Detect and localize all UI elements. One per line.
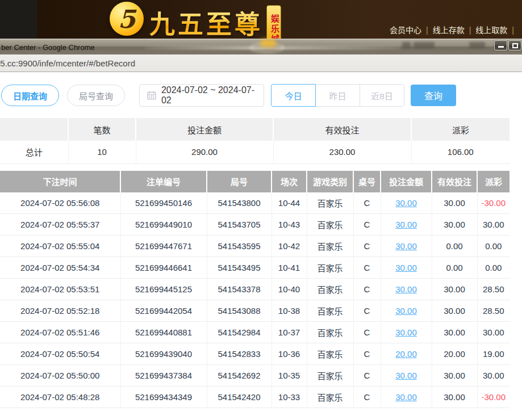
- cell-bet-time: 2024-07-02 05:56:08: [0, 192, 120, 214]
- cell-payout: 30.00: [477, 214, 510, 236]
- cell-round-no: 541543495: [207, 257, 272, 279]
- cell-session: 10-43: [272, 214, 307, 236]
- cell-table-no: C: [353, 343, 381, 365]
- bet-table-body: 2024-07-02 05:56:08 521699450146 5415438…: [0, 192, 510, 408]
- cell-bet-amount: 30.00: [381, 365, 432, 387]
- bet-amount-link[interactable]: 20.00: [395, 349, 417, 359]
- bet-amount-link[interactable]: 30.00: [395, 392, 417, 402]
- header-order-no: 注单编号: [120, 171, 207, 192]
- summary-header-empty: [0, 118, 68, 141]
- table-row: 2024-07-02 05:54:34 521699446641 5415434…: [0, 257, 510, 279]
- quick-range-group: 今日 昨日 近8日: [271, 84, 404, 107]
- bet-amount-link[interactable]: 30.00: [395, 306, 417, 316]
- header-game-type: 游戏类别: [307, 171, 353, 192]
- cell-bet-time: 2024-07-02 05:50:54: [0, 343, 120, 365]
- cell-valid-bet: 30.00: [432, 387, 477, 408]
- bet-amount-link[interactable]: 30.00: [395, 220, 417, 229]
- cell-session: 10-35: [272, 365, 307, 387]
- cell-bet-amount: 30.00: [381, 387, 432, 408]
- summary-header-row: 笔数 投注金额 有效投注 派彩: [0, 118, 510, 141]
- cell-session: 10-33: [272, 387, 307, 408]
- cell-valid-bet: 0.00: [432, 257, 477, 279]
- cell-session: 10-38: [272, 300, 307, 322]
- summary-bet-amount: 290.00: [136, 141, 273, 163]
- summary-count: 10: [68, 141, 136, 163]
- cell-session: 10-40: [272, 279, 307, 300]
- maximize-button[interactable]: [508, 40, 521, 51]
- nav-member-center[interactable]: 会员中心: [390, 26, 421, 35]
- cell-game-type: 百家乐: [307, 279, 353, 300]
- search-button[interactable]: 查询: [411, 85, 456, 106]
- cell-bet-amount: 30.00: [381, 257, 432, 279]
- date-range-value: 2024-07-02 ~ 2024-07-02: [161, 85, 264, 106]
- cell-table-no: C: [353, 387, 381, 408]
- cell-payout: 0.00: [477, 236, 510, 257]
- cell-table-no: C: [353, 322, 381, 343]
- cell-table-no: C: [353, 236, 381, 257]
- cell-order-no: 521699434349: [120, 387, 207, 408]
- summary-table: 笔数 投注金额 有效投注 派彩 总计 10 290.00 230.00 106.…: [0, 118, 510, 164]
- summary-valid-bet: 230.00: [273, 141, 411, 163]
- window-titlebar[interactable]: ber Center - Google Chrome: [0, 39, 522, 54]
- cell-order-no: 521699440881: [120, 322, 207, 343]
- tab-round-query[interactable]: 局号查询: [67, 85, 125, 106]
- cell-order-no: 521699437384: [120, 365, 207, 387]
- cell-payout: 0.00: [477, 257, 510, 279]
- cell-bet-amount: 30.00: [381, 214, 432, 236]
- cell-bet-amount: 30.00: [381, 192, 432, 214]
- minimize-icon: [498, 46, 504, 48]
- bet-amount-link[interactable]: 30.00: [395, 198, 417, 208]
- cell-table-no: C: [353, 365, 381, 387]
- calendar-icon: [147, 91, 156, 100]
- table-row: 2024-07-02 05:53:51 521699445125 5415433…: [0, 279, 510, 300]
- bet-amount-link[interactable]: 30.00: [395, 284, 417, 294]
- cell-bet-time: 2024-07-02 05:54:34: [0, 257, 120, 279]
- bet-amount-link[interactable]: 30.00: [395, 327, 417, 337]
- address-bar[interactable]: 05.cc:9900/infe/mcenter/#/betRecord: [0, 54, 522, 72]
- tab-date-query[interactable]: 日期查询: [1, 85, 59, 106]
- bet-amount-link[interactable]: 30.00: [395, 371, 417, 380]
- cell-payout: 30.00: [477, 322, 510, 343]
- cell-payout: 28.50: [477, 300, 510, 322]
- cell-game-type: 百家乐: [307, 214, 353, 236]
- header-session: 场次: [272, 171, 307, 192]
- summary-header-bet-amount: 投注金额: [136, 118, 273, 141]
- bet-amount-link[interactable]: 30.00: [395, 263, 417, 272]
- nav-separator: |: [469, 26, 471, 35]
- bet-amount-link[interactable]: 30.00: [395, 241, 417, 251]
- table-row: 2024-07-02 05:55:37 521699449010 5415437…: [0, 214, 510, 236]
- cell-bet-amount: 20.00: [381, 343, 432, 365]
- nav-separator: |: [512, 26, 514, 35]
- minimize-button[interactable]: [494, 40, 507, 51]
- cell-session: 10-41: [272, 257, 307, 279]
- cell-order-no: 521699445125: [120, 279, 207, 300]
- cell-order-no: 521699450146: [120, 192, 207, 214]
- quick-last8days-button[interactable]: 近8日: [360, 84, 404, 107]
- site-title: 九五至尊: [149, 4, 263, 41]
- cell-round-no: 541543705: [207, 214, 272, 236]
- summary-total-row: 总计 10 290.00 230.00 106.00: [0, 141, 510, 163]
- cell-game-type: 百家乐: [307, 322, 353, 343]
- table-row: 2024-07-02 05:48:28 521699434349 5415424…: [0, 387, 510, 408]
- cell-valid-bet: 20.00: [432, 343, 477, 365]
- summary-payout: 106.00: [411, 141, 510, 163]
- nav-online-withdraw[interactable]: 线上取款: [475, 26, 507, 35]
- banner-nav: 会员中心|线上存款|线上取款|: [390, 24, 519, 35]
- cell-bet-time: 2024-07-02 05:48:28: [0, 387, 120, 408]
- cell-table-no: C: [353, 214, 381, 236]
- cell-round-no: 541543800: [207, 192, 272, 214]
- cell-order-no: 521699439040: [120, 343, 207, 365]
- cell-bet-time: 2024-07-02 05:55:37: [0, 214, 120, 236]
- filter-toolbar: 日期查询 局号查询 2024-07-02 ~ 2024-07-02 今日 昨日 …: [1, 84, 522, 107]
- cell-payout: -30.00: [477, 192, 510, 214]
- site-banner: 5 九五至尊 娱乐城 会员中心|线上存款|线上取款|: [0, 0, 522, 39]
- quick-today-button[interactable]: 今日: [271, 84, 316, 107]
- nav-online-deposit[interactable]: 线上存款: [433, 26, 465, 35]
- cell-game-type: 百家乐: [307, 236, 353, 257]
- quick-yesterday-button[interactable]: 昨日: [315, 84, 360, 107]
- nav-separator: |: [426, 26, 428, 35]
- cell-game-type: 百家乐: [307, 300, 353, 322]
- date-range-input[interactable]: 2024-07-02 ~ 2024-07-02: [139, 84, 264, 107]
- cell-session: 10-44: [272, 192, 307, 214]
- cell-bet-time: 2024-07-02 05:50:00: [0, 365, 120, 387]
